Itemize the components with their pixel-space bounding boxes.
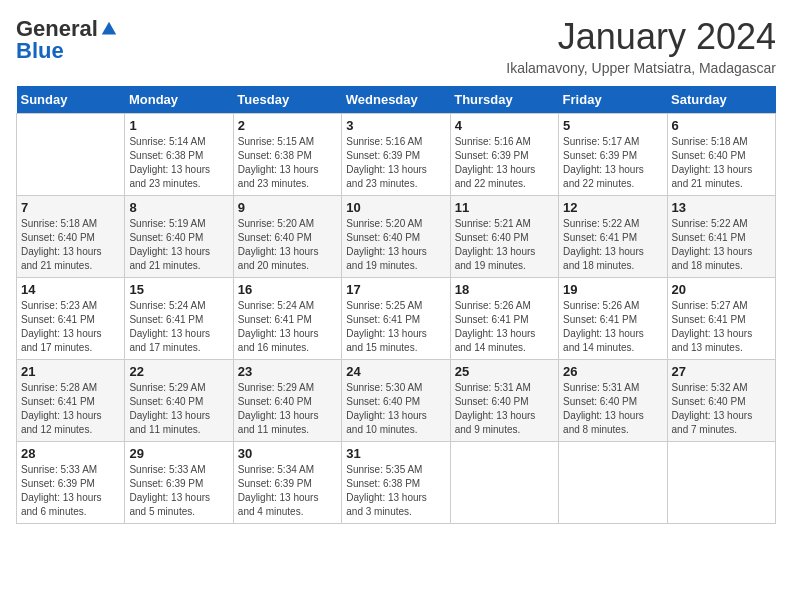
calendar-cell: 31Sunrise: 5:35 AM Sunset: 6:38 PM Dayli… — [342, 442, 450, 524]
day-number: 21 — [21, 364, 120, 379]
day-number: 4 — [455, 118, 554, 133]
day-info: Sunrise: 5:32 AM Sunset: 6:40 PM Dayligh… — [672, 381, 771, 437]
calendar-cell: 9Sunrise: 5:20 AM Sunset: 6:40 PM Daylig… — [233, 196, 341, 278]
day-info: Sunrise: 5:26 AM Sunset: 6:41 PM Dayligh… — [563, 299, 662, 355]
calendar-cell: 22Sunrise: 5:29 AM Sunset: 6:40 PM Dayli… — [125, 360, 233, 442]
day-info: Sunrise: 5:20 AM Sunset: 6:40 PM Dayligh… — [346, 217, 445, 273]
day-number: 18 — [455, 282, 554, 297]
calendar-week-row: 21Sunrise: 5:28 AM Sunset: 6:41 PM Dayli… — [17, 360, 776, 442]
day-info: Sunrise: 5:16 AM Sunset: 6:39 PM Dayligh… — [346, 135, 445, 191]
day-info: Sunrise: 5:17 AM Sunset: 6:39 PM Dayligh… — [563, 135, 662, 191]
day-number: 12 — [563, 200, 662, 215]
calendar-cell: 24Sunrise: 5:30 AM Sunset: 6:40 PM Dayli… — [342, 360, 450, 442]
day-info: Sunrise: 5:27 AM Sunset: 6:41 PM Dayligh… — [672, 299, 771, 355]
day-info: Sunrise: 5:24 AM Sunset: 6:41 PM Dayligh… — [238, 299, 337, 355]
day-number: 30 — [238, 446, 337, 461]
calendar-week-row: 1Sunrise: 5:14 AM Sunset: 6:38 PM Daylig… — [17, 114, 776, 196]
day-info: Sunrise: 5:35 AM Sunset: 6:38 PM Dayligh… — [346, 463, 445, 519]
day-info: Sunrise: 5:18 AM Sunset: 6:40 PM Dayligh… — [21, 217, 120, 273]
day-number: 29 — [129, 446, 228, 461]
calendar-cell: 30Sunrise: 5:34 AM Sunset: 6:39 PM Dayli… — [233, 442, 341, 524]
day-info: Sunrise: 5:34 AM Sunset: 6:39 PM Dayligh… — [238, 463, 337, 519]
calendar-cell: 27Sunrise: 5:32 AM Sunset: 6:40 PM Dayli… — [667, 360, 775, 442]
location-title: Ikalamavony, Upper Matsiatra, Madagascar — [506, 60, 776, 76]
day-number: 5 — [563, 118, 662, 133]
title-section: January 2024 Ikalamavony, Upper Matsiatr… — [506, 16, 776, 76]
calendar-cell: 29Sunrise: 5:33 AM Sunset: 6:39 PM Dayli… — [125, 442, 233, 524]
day-number: 1 — [129, 118, 228, 133]
logo-icon — [100, 20, 118, 38]
calendar-week-row: 7Sunrise: 5:18 AM Sunset: 6:40 PM Daylig… — [17, 196, 776, 278]
day-number: 8 — [129, 200, 228, 215]
calendar-cell: 19Sunrise: 5:26 AM Sunset: 6:41 PM Dayli… — [559, 278, 667, 360]
day-number: 3 — [346, 118, 445, 133]
calendar-cell: 6Sunrise: 5:18 AM Sunset: 6:40 PM Daylig… — [667, 114, 775, 196]
calendar-cell: 1Sunrise: 5:14 AM Sunset: 6:38 PM Daylig… — [125, 114, 233, 196]
day-number: 17 — [346, 282, 445, 297]
day-number: 31 — [346, 446, 445, 461]
day-info: Sunrise: 5:28 AM Sunset: 6:41 PM Dayligh… — [21, 381, 120, 437]
calendar-cell: 7Sunrise: 5:18 AM Sunset: 6:40 PM Daylig… — [17, 196, 125, 278]
calendar-cell: 5Sunrise: 5:17 AM Sunset: 6:39 PM Daylig… — [559, 114, 667, 196]
calendar-table: SundayMondayTuesdayWednesdayThursdayFrid… — [16, 86, 776, 524]
svg-marker-0 — [102, 22, 116, 35]
day-info: Sunrise: 5:31 AM Sunset: 6:40 PM Dayligh… — [563, 381, 662, 437]
day-info: Sunrise: 5:31 AM Sunset: 6:40 PM Dayligh… — [455, 381, 554, 437]
day-number: 14 — [21, 282, 120, 297]
calendar-cell: 25Sunrise: 5:31 AM Sunset: 6:40 PM Dayli… — [450, 360, 558, 442]
calendar-cell: 20Sunrise: 5:27 AM Sunset: 6:41 PM Dayli… — [667, 278, 775, 360]
day-number: 26 — [563, 364, 662, 379]
day-number: 7 — [21, 200, 120, 215]
day-info: Sunrise: 5:24 AM Sunset: 6:41 PM Dayligh… — [129, 299, 228, 355]
calendar-cell — [450, 442, 558, 524]
weekday-header-monday: Monday — [125, 86, 233, 114]
calendar-week-row: 28Sunrise: 5:33 AM Sunset: 6:39 PM Dayli… — [17, 442, 776, 524]
day-info: Sunrise: 5:15 AM Sunset: 6:38 PM Dayligh… — [238, 135, 337, 191]
logo-blue-text: Blue — [16, 38, 64, 64]
day-info: Sunrise: 5:29 AM Sunset: 6:40 PM Dayligh… — [238, 381, 337, 437]
calendar-cell: 17Sunrise: 5:25 AM Sunset: 6:41 PM Dayli… — [342, 278, 450, 360]
day-info: Sunrise: 5:14 AM Sunset: 6:38 PM Dayligh… — [129, 135, 228, 191]
day-info: Sunrise: 5:23 AM Sunset: 6:41 PM Dayligh… — [21, 299, 120, 355]
weekday-header-wednesday: Wednesday — [342, 86, 450, 114]
day-number: 6 — [672, 118, 771, 133]
day-number: 24 — [346, 364, 445, 379]
day-number: 15 — [129, 282, 228, 297]
day-info: Sunrise: 5:33 AM Sunset: 6:39 PM Dayligh… — [21, 463, 120, 519]
calendar-cell: 21Sunrise: 5:28 AM Sunset: 6:41 PM Dayli… — [17, 360, 125, 442]
day-number: 9 — [238, 200, 337, 215]
calendar-cell — [17, 114, 125, 196]
day-info: Sunrise: 5:21 AM Sunset: 6:40 PM Dayligh… — [455, 217, 554, 273]
calendar-cell: 13Sunrise: 5:22 AM Sunset: 6:41 PM Dayli… — [667, 196, 775, 278]
weekday-header-row: SundayMondayTuesdayWednesdayThursdayFrid… — [17, 86, 776, 114]
calendar-cell: 14Sunrise: 5:23 AM Sunset: 6:41 PM Dayli… — [17, 278, 125, 360]
day-info: Sunrise: 5:25 AM Sunset: 6:41 PM Dayligh… — [346, 299, 445, 355]
calendar-cell: 18Sunrise: 5:26 AM Sunset: 6:41 PM Dayli… — [450, 278, 558, 360]
day-number: 2 — [238, 118, 337, 133]
calendar-cell: 2Sunrise: 5:15 AM Sunset: 6:38 PM Daylig… — [233, 114, 341, 196]
day-info: Sunrise: 5:19 AM Sunset: 6:40 PM Dayligh… — [129, 217, 228, 273]
month-title: January 2024 — [506, 16, 776, 58]
day-number: 19 — [563, 282, 662, 297]
day-info: Sunrise: 5:30 AM Sunset: 6:40 PM Dayligh… — [346, 381, 445, 437]
day-info: Sunrise: 5:22 AM Sunset: 6:41 PM Dayligh… — [672, 217, 771, 273]
day-number: 11 — [455, 200, 554, 215]
calendar-week-row: 14Sunrise: 5:23 AM Sunset: 6:41 PM Dayli… — [17, 278, 776, 360]
day-number: 28 — [21, 446, 120, 461]
weekday-header-tuesday: Tuesday — [233, 86, 341, 114]
day-number: 27 — [672, 364, 771, 379]
calendar-cell: 10Sunrise: 5:20 AM Sunset: 6:40 PM Dayli… — [342, 196, 450, 278]
calendar-cell: 23Sunrise: 5:29 AM Sunset: 6:40 PM Dayli… — [233, 360, 341, 442]
day-info: Sunrise: 5:33 AM Sunset: 6:39 PM Dayligh… — [129, 463, 228, 519]
calendar-cell: 8Sunrise: 5:19 AM Sunset: 6:40 PM Daylig… — [125, 196, 233, 278]
day-number: 13 — [672, 200, 771, 215]
calendar-cell: 11Sunrise: 5:21 AM Sunset: 6:40 PM Dayli… — [450, 196, 558, 278]
calendar-cell: 26Sunrise: 5:31 AM Sunset: 6:40 PM Dayli… — [559, 360, 667, 442]
day-number: 22 — [129, 364, 228, 379]
calendar-cell: 15Sunrise: 5:24 AM Sunset: 6:41 PM Dayli… — [125, 278, 233, 360]
weekday-header-saturday: Saturday — [667, 86, 775, 114]
day-info: Sunrise: 5:29 AM Sunset: 6:40 PM Dayligh… — [129, 381, 228, 437]
day-number: 23 — [238, 364, 337, 379]
calendar-cell: 12Sunrise: 5:22 AM Sunset: 6:41 PM Dayli… — [559, 196, 667, 278]
calendar-cell: 28Sunrise: 5:33 AM Sunset: 6:39 PM Dayli… — [17, 442, 125, 524]
